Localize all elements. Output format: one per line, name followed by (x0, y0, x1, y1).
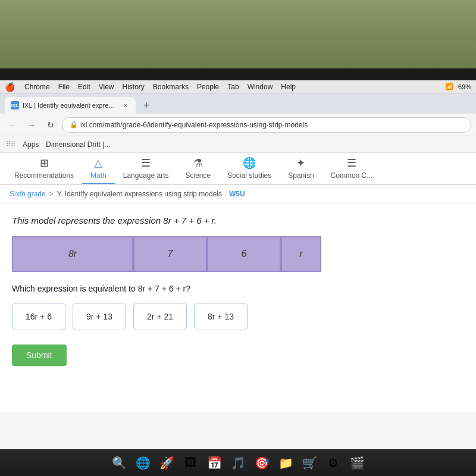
battery-level: 69% (458, 83, 471, 90)
os-menubar: 🍎 Chrome File Edit View History Bookmark… (0, 80, 476, 93)
bookmark-apps[interactable]: Apps (23, 140, 39, 149)
menu-edit[interactable]: Edit (78, 83, 90, 91)
language-arts-icon: ☰ (141, 156, 151, 170)
new-tab-button[interactable]: + (138, 97, 155, 114)
content-area: This model represents the expression 8r … (0, 203, 476, 412)
menu-chrome[interactable]: Chrome (24, 83, 50, 91)
address-input[interactable]: 🔒 ixl.com/math/grade-6/identify-equivale… (62, 117, 471, 133)
which-question-text: Which expression is equivalent to 8r + 7… (12, 284, 464, 293)
back-button[interactable]: ← (5, 117, 20, 133)
science-label: Science (185, 171, 211, 180)
dock-photos[interactable]: 🖼 (180, 452, 201, 474)
tab-language-arts[interactable]: ☰ Language arts (115, 153, 177, 185)
math-icon: △ (94, 156, 102, 170)
strip-cell-7: 7 (133, 236, 207, 272)
question-intro: This model represents the expression 8r … (12, 215, 464, 226)
strip-cell-6: 6 (207, 236, 281, 272)
spanish-label: Spanish (288, 171, 314, 180)
breadcrumb-code: W5U (229, 190, 245, 198)
apps-label: ⠿⠿ (6, 140, 15, 148)
dock-appstore[interactable]: 🛒 (299, 452, 320, 474)
science-icon: ⚗ (193, 156, 203, 170)
math-label: Math (90, 171, 107, 180)
tab-close-button[interactable]: × (121, 101, 130, 109)
refresh-button[interactable]: ↻ (43, 117, 58, 133)
dock-chrome[interactable]: 🌐 (132, 452, 154, 474)
common-core-label: Common C... (331, 171, 373, 180)
social-studies-label: Social studies (227, 171, 271, 180)
menu-tab[interactable]: Tab (227, 83, 239, 91)
bookmark-dimensional-drift[interactable]: Dimensional Drift |... (46, 140, 110, 149)
dock-finder[interactable]: 🔍 (108, 452, 130, 474)
menu-people[interactable]: People (197, 83, 219, 91)
menu-bookmarks[interactable]: Bookmarks (153, 83, 189, 91)
dock-files[interactable]: 📁 (275, 452, 296, 474)
choice-2r-21[interactable]: 2r + 21 (133, 303, 187, 330)
dock-itunes[interactable]: 🎵 (227, 452, 249, 474)
choice-16r-6[interactable]: 16r + 6 (12, 303, 65, 330)
tab-title: IXL | Identify equivalent express... (23, 102, 118, 109)
wifi-icon: 📶 (445, 83, 453, 90)
recommendations-label: Recommendations (14, 171, 74, 180)
breadcrumb-separator: > (49, 190, 54, 198)
recommendations-icon: ⊞ (40, 156, 49, 170)
dock-target[interactable]: 🎯 (251, 452, 273, 474)
dock-quicktime[interactable]: 🎬 (346, 452, 368, 474)
menu-file[interactable]: File (58, 83, 70, 91)
tab-social-studies[interactable]: 🌐 Social studies (219, 153, 280, 185)
dock-calendar[interactable]: 📅 (203, 452, 225, 474)
bookmarks-bar: ⠿⠿ Apps Dimensional Drift |... (0, 136, 476, 153)
tab-math[interactable]: △ Math (82, 153, 115, 185)
tab-science[interactable]: ⚗ Science (177, 153, 219, 185)
tab-recommendations[interactable]: ⊞ Recommendations (6, 153, 82, 185)
browser-window: 🍎 Chrome File Edit View History Bookmark… (0, 80, 476, 449)
tab-spanish[interactable]: ✦ Spanish (280, 153, 322, 185)
os-menu-items: Chrome File Edit View History Bookmarks … (24, 83, 296, 91)
os-status-icons: 📶 69% (445, 83, 471, 90)
spanish-icon: ✦ (296, 156, 305, 170)
address-bar-row: ← → ↻ 🔒 ixl.com/math/grade-6/identify-eq… (0, 114, 476, 136)
language-arts-label: Language arts (123, 171, 169, 180)
choice-9r-13[interactable]: 9r + 13 (73, 303, 126, 330)
tab-bar: IXL IXL | Identify equivalent express...… (0, 93, 476, 114)
menu-view[interactable]: View (99, 83, 114, 91)
answer-choices: 16r + 6 9r + 13 2r + 21 8r + 13 (12, 303, 464, 330)
menu-help[interactable]: Help (281, 83, 296, 91)
url-text: ixl.com/math/grade-6/identify-equivalent… (80, 121, 308, 129)
strip-cell-r: r (281, 236, 321, 272)
apple-logo-icon[interactable]: 🍎 (5, 82, 15, 92)
menu-history[interactable]: History (123, 83, 145, 91)
breadcrumb-grade[interactable]: Sixth grade (10, 190, 46, 198)
social-studies-icon: 🌐 (243, 156, 256, 170)
desktop-background (0, 0, 476, 80)
dock-settings[interactable]: ⚙ (322, 452, 344, 474)
dock-launchpad[interactable]: 🚀 (156, 452, 177, 474)
breadcrumb-section: Y. Identify equivalent expressions using… (57, 190, 222, 198)
strip-cell-8r: 8r (12, 236, 133, 272)
dock: 🔍 🌐 🚀 🖼 📅 🎵 🎯 📁 🛒 ⚙ 🎬 (0, 449, 476, 476)
tab-favicon: IXL (11, 101, 19, 109)
menu-window[interactable]: Window (248, 83, 273, 91)
tab-common-core[interactable]: ☰ Common C... (322, 153, 381, 185)
submit-button[interactable]: Submit (12, 345, 67, 366)
forward-button[interactable]: → (24, 117, 39, 133)
active-tab[interactable]: IXL IXL | Identify equivalent express...… (5, 97, 136, 114)
lock-icon: 🔒 (70, 121, 78, 129)
breadcrumb: Sixth grade > Y. Identify equivalent exp… (0, 185, 476, 203)
strip-model: 8r 7 6 r (12, 236, 321, 272)
choice-8r-13[interactable]: 8r + 13 (194, 303, 248, 330)
ixl-nav-tabs: ⊞ Recommendations △ Math ☰ Language arts… (0, 153, 476, 185)
common-core-icon: ☰ (347, 156, 356, 170)
